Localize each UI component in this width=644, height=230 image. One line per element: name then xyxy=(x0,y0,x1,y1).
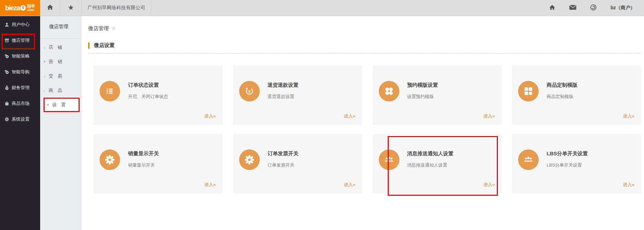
setting-card-lbs-dispatch-switch[interactable]: LBS分单开关设置LBS分单开关设置进入» xyxy=(512,134,641,193)
finance-icon xyxy=(4,85,9,90)
favorite-star-icon[interactable]: ☆ xyxy=(111,25,116,31)
card-subtitle: 商品定制模版 xyxy=(547,94,577,100)
card-title: 订单发票开关 xyxy=(268,150,298,157)
section-accent-bar xyxy=(88,43,90,49)
card-title: 订单状态设置 xyxy=(128,82,168,88)
sidebar-item-weidian-manage[interactable]: 微店管理 xyxy=(0,33,40,48)
card-subtitle: 退货退款设置 xyxy=(268,94,298,100)
card-title: 销量显示开关 xyxy=(128,150,159,157)
guide-icon xyxy=(4,70,9,74)
settings-card-grid: 订单状态设置开启、关闭订单状态进入»¥退货退款设置退货退款设置进入»预约模版设置… xyxy=(93,65,641,193)
section-header: 微店设置 xyxy=(88,42,641,53)
sidebar-item-label: 商品市场 xyxy=(12,100,30,107)
logo-text-en: bieza xyxy=(5,4,20,12)
logo-text-com: .com xyxy=(27,9,35,12)
star-icon: ★ xyxy=(68,3,74,12)
sidebar-item-label: 微店管理 xyxy=(12,37,30,44)
grid-icon xyxy=(518,81,539,101)
sidebar-item-label: 系统设置 xyxy=(12,116,30,122)
primary-sidebar: 用户中心微店管理智能策略智能导购财务管理商品市场系统设置 xyxy=(0,16,40,230)
submenu-item-label: 商 品 xyxy=(49,87,62,94)
secondary-sidebar: 微店管理 ›店 铺•营 销›交 易›商 品•设 置 xyxy=(40,16,81,230)
chevron-right-icon: › xyxy=(44,74,49,79)
messages-button[interactable] xyxy=(569,5,576,11)
list-icon xyxy=(99,81,120,101)
sidebar-item-finance-manage[interactable]: 财务管理 xyxy=(0,80,40,96)
company-name: 广州别早网络科技有限公司 xyxy=(82,0,151,16)
user-icon xyxy=(4,22,9,27)
setting-card-refund-setting[interactable]: ¥退货退款设置退货退款设置进入» xyxy=(233,65,362,125)
mail-icon xyxy=(569,5,576,11)
market-icon xyxy=(4,101,9,106)
card-subtitle: LBS分单开关设置 xyxy=(547,162,588,168)
enter-link[interactable]: 进入» xyxy=(483,182,495,188)
chevron-right-icon: › xyxy=(44,45,49,50)
home-button[interactable] xyxy=(40,0,60,16)
sidebar-item-smart-strategy[interactable]: 智能策略 xyxy=(0,48,40,64)
people-icon xyxy=(518,149,539,170)
shop-icon xyxy=(4,38,9,43)
enter-link[interactable]: 进入» xyxy=(204,182,216,188)
card-subtitle: 设置预约模版 xyxy=(407,94,438,100)
page-title: 微店管理☆ xyxy=(88,25,644,32)
card-title: LBS分单开关设置 xyxy=(547,150,588,157)
enter-link[interactable]: 进入» xyxy=(204,113,216,119)
card-subtitle: 订单发票开关 xyxy=(268,162,298,168)
sidebar-item-label: 用户中心 xyxy=(12,22,30,28)
submenu-item-shop[interactable]: ›店 铺 xyxy=(40,40,81,55)
enter-link[interactable]: 进入» xyxy=(344,113,355,119)
sidebar-item-system-setting[interactable]: 系统设置 xyxy=(0,111,40,127)
submenu-item-label: 交 易 xyxy=(49,73,62,79)
avatar-icon xyxy=(590,4,597,12)
gear-icon xyxy=(239,149,260,170)
submenu-item-goods[interactable]: ›商 品 xyxy=(40,83,81,98)
setting-card-order-status-setting[interactable]: 订单状态设置开启、关闭订单状态进入» xyxy=(93,65,223,125)
secondary-sidebar-title: 微店管理 xyxy=(40,16,81,39)
sidebar-item-label: 智能导购 xyxy=(12,69,30,75)
enter-link[interactable]: 进入» xyxy=(483,113,495,119)
card-title: 退货退款设置 xyxy=(268,82,298,88)
submenu-item-label: 营 销 xyxy=(49,59,62,65)
gear-icon xyxy=(99,149,120,170)
submenu-item-label: 设 置 xyxy=(52,102,66,108)
chevron-right-icon: › xyxy=(44,88,49,93)
setting-card-message-push-notifier[interactable]: 消息推送通知人设置消息推送通知人设置进入» xyxy=(373,134,502,193)
sidebar-item-label: 财务管理 xyxy=(12,85,30,91)
sidebar-item-goods-market[interactable]: 商品市场 xyxy=(0,96,40,111)
setting-card-sales-display-switch[interactable]: 销量显示开关销量显示开关进入» xyxy=(93,134,223,193)
enter-link[interactable]: 进入» xyxy=(623,182,634,188)
logo-text-zh: 别早 xyxy=(27,4,35,9)
refund-icon: ¥ xyxy=(239,81,260,101)
submenu-item-label: 店 铺 xyxy=(49,44,62,50)
home-icon xyxy=(47,4,54,12)
top-bar: bieza 9 别早 .com ★ 广州别早网络科技有限公司 xyxy=(0,0,644,16)
enter-link[interactable]: 进入» xyxy=(623,113,634,119)
setting-card-booking-template[interactable]: 预约模版设置设置预约模版进入» xyxy=(373,65,502,125)
card-subtitle: 消息推送通知人设置 xyxy=(407,162,454,168)
submenu-item-settings[interactable]: •设 置 xyxy=(44,98,80,112)
logo-o-badge: 9 xyxy=(20,5,26,11)
card-subtitle: 销量显示开关 xyxy=(128,162,159,168)
sysgear-icon xyxy=(4,117,9,122)
strategy-icon xyxy=(4,54,9,59)
enter-link[interactable]: 进入» xyxy=(344,182,355,188)
card-title: 消息推送通知人设置 xyxy=(407,150,454,157)
main-content: 微店管理☆ 微店设置 订单状态设置开启、关闭订单状态进入»¥退货退款设置退货退款… xyxy=(81,16,644,230)
people-icon xyxy=(379,149,399,170)
sidebar-item-label: 智能策略 xyxy=(12,53,30,59)
submenu-item-marketing[interactable]: •营 销 xyxy=(40,55,81,69)
home-shortcut-button[interactable] xyxy=(549,4,555,12)
account-avatar-button[interactable] xyxy=(590,4,597,12)
card-title: 商品定制模版 xyxy=(547,82,577,88)
submenu-item-trade[interactable]: ›交 易 xyxy=(40,69,81,83)
setting-card-order-invoice-switch[interactable]: 订单发票开关订单发票开关进入» xyxy=(233,134,362,193)
section-title: 微店设置 xyxy=(94,42,115,49)
setting-card-goods-custom-template[interactable]: 商品定制模版商品定制模版进入» xyxy=(512,65,641,125)
user-label[interactable]: bz（商户） xyxy=(610,5,635,11)
logo[interactable]: bieza 9 别早 .com xyxy=(0,0,40,16)
favorites-button[interactable]: ★ xyxy=(60,0,82,16)
sidebar-item-user-center[interactable]: 用户中心 xyxy=(0,17,40,33)
svg-text:¥: ¥ xyxy=(248,89,251,94)
sidebar-item-smart-guide[interactable]: 智能导购 xyxy=(0,64,40,80)
card-subtitle: 开启、关闭订单状态 xyxy=(128,94,168,100)
